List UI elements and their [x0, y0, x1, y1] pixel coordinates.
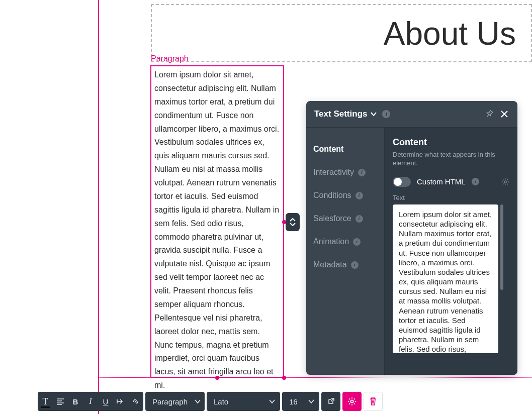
custom-html-toggle[interactable]	[393, 177, 411, 187]
gear-icon	[347, 397, 357, 406]
section-description: Determine what text appears in this elem…	[393, 151, 509, 168]
info-icon[interactable]: i	[382, 110, 390, 118]
chevron-down-icon	[308, 399, 314, 403]
info-icon[interactable]: i	[358, 169, 366, 176]
resize-handle-bottom-right[interactable]	[282, 376, 286, 380]
font-family-select[interactable]: Lato	[207, 392, 280, 411]
text-color-button[interactable]: T	[38, 392, 53, 411]
underline-button[interactable]: U	[98, 392, 113, 411]
open-external-button[interactable]	[321, 392, 340, 411]
panel-body: Content Interactivity i Conditions i Sal…	[306, 127, 517, 375]
text-field-scrollbar[interactable]	[500, 204, 504, 367]
align-left-icon	[56, 398, 64, 405]
toolbar-group-inline: T B I U	[38, 392, 143, 411]
ruler-vertical	[98, 0, 99, 414]
svg-point-1	[350, 400, 353, 402]
delete-button[interactable]	[364, 392, 383, 411]
panel-header: Text Settings i	[306, 101, 517, 127]
custom-html-label: Custom HTML	[417, 177, 466, 186]
resize-handle-bottom-center[interactable]	[215, 376, 219, 380]
panel-content: Content Determine what text appears in t…	[385, 128, 517, 375]
info-icon[interactable]: i	[351, 261, 359, 269]
settings-button[interactable]	[342, 392, 362, 411]
close-icon[interactable]	[499, 109, 509, 119]
open-external-icon	[327, 397, 335, 405]
chevron-up-icon	[290, 218, 296, 222]
indent-button[interactable]	[113, 392, 128, 411]
link-icon	[132, 397, 140, 405]
select-value: 16	[289, 397, 298, 406]
section-title: Content	[393, 137, 509, 148]
align-button[interactable]	[53, 392, 68, 411]
chevron-down-icon	[269, 399, 275, 403]
trash-icon	[369, 397, 377, 406]
paragraph-element[interactable]: Lorem ipsum dolor sit amet, consectetur …	[150, 65, 284, 378]
italic-button[interactable]: I	[83, 392, 98, 411]
panel-nav: Content Interactivity i Conditions i Sal…	[306, 128, 385, 375]
select-value: Paragraph	[152, 397, 188, 406]
nav-item-label: Conditions	[313, 191, 351, 200]
gear-icon[interactable]	[501, 178, 509, 186]
nav-item-label: Metadata	[313, 260, 347, 269]
text-color-swatch	[41, 406, 50, 408]
text-settings-panel: Text Settings i Content Interactivity i	[306, 101, 517, 375]
nav-item-conditions[interactable]: Conditions i	[313, 184, 384, 207]
text-field[interactable]: Lorem ipsum dolor sit amet, consectetur …	[393, 204, 498, 353]
indent-icon	[117, 398, 125, 405]
nav-item-label: Animation	[313, 237, 349, 246]
paragraph-style-select[interactable]: Paragraph	[145, 392, 205, 411]
chevron-down-icon	[195, 399, 201, 403]
nav-item-interactivity[interactable]: Interactivity i	[313, 161, 384, 184]
chevron-down-icon	[290, 222, 296, 226]
selection-type-label: Paragraph	[151, 54, 189, 63]
text-field-wrap: Lorem ipsum dolor sit amet, consectetur …	[393, 204, 509, 367]
panel-title[interactable]: Text Settings	[314, 109, 367, 119]
custom-html-row: Custom HTML i	[393, 177, 509, 187]
scrollbar-thumb[interactable]	[500, 204, 503, 290]
svg-point-0	[504, 181, 506, 183]
nav-item-content[interactable]: Content	[313, 138, 384, 161]
select-value: Lato	[214, 397, 228, 406]
nav-item-metadata[interactable]: Metadata i	[313, 253, 384, 276]
info-icon[interactable]: i	[472, 178, 479, 185]
info-icon[interactable]: i	[356, 192, 363, 199]
font-size-select[interactable]: 16	[282, 392, 319, 411]
editor-canvas: About Us Paragraph Lorem ipsum dolor sit…	[0, 0, 532, 414]
z-order-stepper[interactable]	[286, 213, 300, 231]
bold-button[interactable]: B	[68, 392, 83, 411]
info-icon[interactable]: i	[353, 238, 361, 246]
nav-item-label: Content	[313, 145, 343, 154]
page-title[interactable]: About Us	[384, 15, 516, 52]
nav-item-label: Salesforce	[313, 214, 351, 223]
nav-item-salesforce[interactable]: Salesforce i	[313, 207, 384, 230]
nav-item-label: Interactivity	[313, 168, 354, 177]
text-field-label: Text	[393, 194, 509, 201]
panel-title-chevron-icon[interactable]	[370, 112, 377, 117]
info-icon[interactable]: i	[356, 215, 363, 223]
formatting-toolbar: T B I U Paragraph	[38, 392, 385, 411]
link-button[interactable]	[128, 392, 143, 411]
nav-item-animation[interactable]: Animation i	[313, 230, 384, 253]
pin-icon[interactable]	[484, 109, 494, 119]
